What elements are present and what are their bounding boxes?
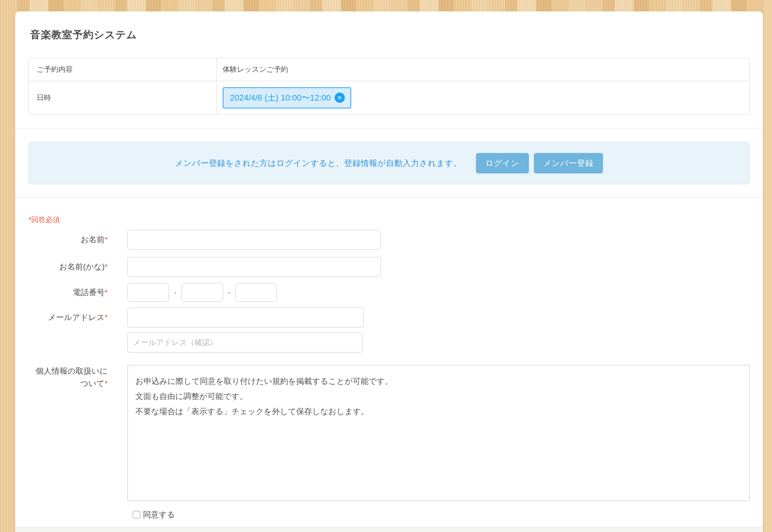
- agree-row: 同意する: [28, 509, 750, 520]
- application-form: *回答必須 お名前* お名前(かな)* 電話番号* - - メールアドレス* 個…: [15, 198, 763, 520]
- datetime-cell: 2024/4/6 (土) 10:00〜12:00 ✕: [217, 81, 749, 114]
- required-asterisk: *: [105, 262, 108, 271]
- agree-checkbox-wrap: 同意する: [133, 509, 175, 520]
- kana-input[interactable]: [127, 257, 381, 277]
- privacy-field-row: 個人情報の取扱いについて* お申込みに際して同意を取り付けたい規約を掲載すること…: [28, 365, 750, 501]
- email-confirm-field-row: [28, 332, 750, 353]
- required-asterisk: *: [105, 288, 108, 297]
- section-divider: [15, 129, 763, 129]
- required-asterisk: *: [105, 313, 108, 322]
- page-title: 音楽教室予約システム: [28, 28, 750, 42]
- phone-input-1[interactable]: [127, 283, 169, 302]
- phone-input-3[interactable]: [235, 283, 277, 302]
- member-login-banner: メンバー登録をされた方はログインすると、登録情報が自動入力されます。 ログイン …: [28, 142, 750, 184]
- required-asterisk: *: [105, 379, 108, 388]
- phone-label: 電話番号*: [28, 286, 127, 299]
- remove-datetime-icon[interactable]: ✕: [335, 93, 345, 103]
- selected-datetime-text: 2024/4/6 (土) 10:00〜12:00: [230, 92, 331, 104]
- phone-input-2[interactable]: [181, 283, 223, 302]
- member-register-button[interactable]: メンバー登録: [534, 153, 603, 173]
- reservation-type-value: 体験レッスンご予約: [217, 58, 749, 81]
- reservation-summary-table: ご予約内容 体験レッスンご予約 日時 2024/4/6 (土) 10:00〜12…: [28, 58, 750, 114]
- email-label: メールアドレス*: [28, 311, 127, 324]
- name-label: お名前*: [28, 234, 127, 246]
- phone-separator: -: [228, 288, 231, 297]
- name-field-row: お名前*: [28, 230, 750, 250]
- required-note: *回答必須: [28, 215, 750, 225]
- kana-field-row: お名前(かな)*: [28, 257, 750, 277]
- email-input[interactable]: [127, 308, 364, 328]
- privacy-policy-textarea[interactable]: お申込みに際して同意を取り付けたい規約を掲載することが可能です。 文面も自由に調…: [127, 365, 750, 501]
- member-banner-message: メンバー登録をされた方はログインすると、登録情報が自動入力されます。: [175, 158, 462, 169]
- datetime-label: 日時: [29, 81, 217, 114]
- table-row: ご予約内容 体験レッスンご予約: [29, 58, 749, 81]
- agree-checkbox[interactable]: [133, 511, 140, 518]
- reservation-type-label: ご予約内容: [29, 58, 217, 81]
- login-button[interactable]: ログイン: [476, 153, 529, 173]
- email-confirm-input[interactable]: [127, 332, 363, 353]
- phone-separator: -: [174, 288, 177, 297]
- agree-label: 同意する: [143, 509, 175, 520]
- phone-field-row: 電話番号* - -: [28, 283, 750, 302]
- selected-datetime-chip: 2024/4/6 (土) 10:00〜12:00 ✕: [223, 87, 351, 108]
- kana-label: お名前(かな)*: [28, 261, 127, 273]
- main-card: 音楽教室予約システム ご予約内容 体験レッスンご予約 日時 2024/4/6 (…: [15, 11, 763, 532]
- table-row: 日時 2024/4/6 (土) 10:00〜12:00 ✕: [29, 81, 749, 114]
- name-input[interactable]: [127, 230, 381, 250]
- privacy-label: 個人情報の取扱いについて*: [28, 365, 127, 390]
- required-asterisk: *: [105, 235, 108, 244]
- email-field-row: メールアドレス*: [28, 308, 750, 328]
- next-section-strip: [15, 527, 763, 532]
